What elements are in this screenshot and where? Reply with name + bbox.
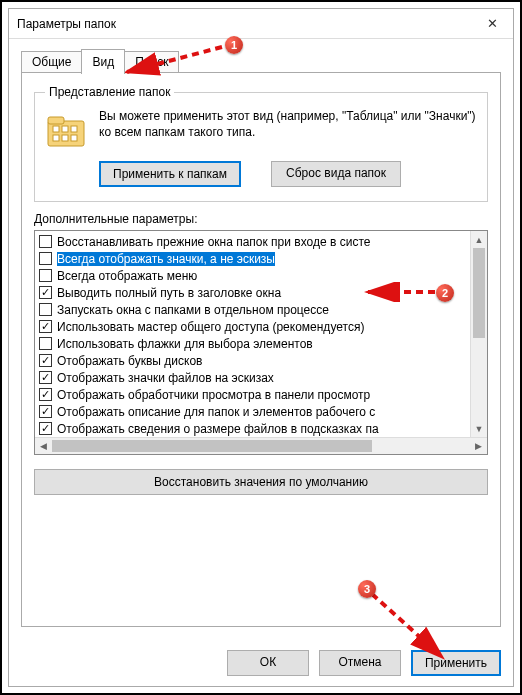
- list-item-label: Запускать окна с папками в отдельном про…: [57, 303, 329, 317]
- folder-views-description: Вы можете применить этот вид (например, …: [99, 109, 477, 140]
- checkbox[interactable]: [39, 286, 52, 299]
- list-item[interactable]: Восстанавливать прежние окна папок при в…: [35, 233, 470, 250]
- scroll-down-icon[interactable]: ▼: [471, 420, 487, 437]
- list-item-label: Выводить полный путь в заголовке окна: [57, 286, 281, 300]
- list-item-label: Всегда отображать меню: [57, 269, 197, 283]
- list-item-label: Отображать значки файлов на эскизах: [57, 371, 274, 385]
- apply-button[interactable]: Применить: [411, 650, 501, 676]
- list-item-label: Отображать буквы дисков: [57, 354, 202, 368]
- window-title: Параметры папок: [17, 17, 471, 31]
- scroll-left-icon[interactable]: ◀: [35, 438, 52, 454]
- tab-search[interactable]: Поиск: [124, 51, 179, 73]
- checkbox[interactable]: [39, 422, 52, 435]
- list-item[interactable]: Всегда отображать меню: [35, 267, 470, 284]
- svg-rect-3: [62, 126, 68, 132]
- titlebar[interactable]: Параметры папок ✕: [9, 9, 513, 39]
- tab-panel-view: Представление папок: [21, 72, 501, 627]
- list-item-label: Использовать мастер общего доступа (реко…: [57, 320, 364, 334]
- cancel-button[interactable]: Отмена: [319, 650, 401, 676]
- svg-rect-2: [53, 126, 59, 132]
- checkbox[interactable]: [39, 354, 52, 367]
- svg-rect-0: [48, 121, 84, 146]
- checkbox[interactable]: [39, 388, 52, 401]
- checkbox[interactable]: [39, 252, 52, 265]
- checkbox[interactable]: [39, 337, 52, 350]
- list-item[interactable]: Отображать обработчики просмотра в панел…: [35, 386, 470, 403]
- list-item[interactable]: Запускать окна с папками в отдельном про…: [35, 301, 470, 318]
- restore-defaults-button[interactable]: Восстановить значения по умолчанию: [34, 469, 488, 495]
- checkbox[interactable]: [39, 405, 52, 418]
- svg-rect-6: [62, 135, 68, 141]
- apply-to-folders-button[interactable]: Применить к папкам: [99, 161, 241, 187]
- list-item[interactable]: Использовать мастер общего доступа (реко…: [35, 318, 470, 335]
- advanced-settings-listbox[interactable]: Восстанавливать прежние окна папок при в…: [34, 230, 488, 455]
- list-item[interactable]: Отображать буквы дисков: [35, 352, 470, 369]
- svg-rect-1: [48, 117, 64, 124]
- scroll-right-icon[interactable]: ▶: [470, 438, 487, 454]
- folder-options-dialog: Параметры папок ✕ Общие Вид Поиск Предст…: [8, 8, 514, 687]
- folder-views-group: Представление папок: [34, 85, 488, 202]
- list-item-label: Отображать сведения о размере файлов в п…: [57, 422, 379, 436]
- close-button[interactable]: ✕: [471, 9, 513, 39]
- list-item[interactable]: Использовать флажки для выбора элементов: [35, 335, 470, 352]
- scroll-up-icon[interactable]: ▲: [471, 231, 487, 248]
- horizontal-scroll-thumb[interactable]: [52, 440, 372, 452]
- reset-folders-button[interactable]: Сброс вида папок: [271, 161, 401, 187]
- folder-views-legend: Представление папок: [45, 85, 174, 99]
- list-item[interactable]: Выводить полный путь в заголовке окна: [35, 284, 470, 301]
- checkbox[interactable]: [39, 269, 52, 282]
- tab-view[interactable]: Вид: [81, 49, 125, 74]
- svg-rect-4: [71, 126, 77, 132]
- list-item[interactable]: Отображать сведения о размере файлов в п…: [35, 420, 470, 437]
- folder-icon: [45, 109, 87, 151]
- list-item-label: Восстанавливать прежние окна папок при в…: [57, 235, 370, 249]
- vertical-scroll-thumb[interactable]: [473, 248, 485, 338]
- vertical-scrollbar[interactable]: ▲ ▼: [470, 231, 487, 437]
- checkbox[interactable]: [39, 320, 52, 333]
- ok-button[interactable]: ОК: [227, 650, 309, 676]
- list-item-label: Использовать флажки для выбора элементов: [57, 337, 313, 351]
- checkbox[interactable]: [39, 303, 52, 316]
- list-item-label: Отображать описание для папок и элементо…: [57, 405, 375, 419]
- list-item[interactable]: Всегда отображать значки, а не эскизы: [35, 250, 470, 267]
- list-item-label: Отображать обработчики просмотра в панел…: [57, 388, 370, 402]
- list-item[interactable]: Отображать описание для папок и элементо…: [35, 403, 470, 420]
- advanced-label: Дополнительные параметры:: [34, 212, 488, 226]
- tab-bar: Общие Вид Поиск: [21, 48, 501, 73]
- checkbox[interactable]: [39, 371, 52, 384]
- horizontal-scrollbar[interactable]: ◀ ▶: [35, 437, 487, 454]
- tab-general[interactable]: Общие: [21, 51, 82, 73]
- svg-rect-7: [71, 135, 77, 141]
- close-icon: ✕: [487, 16, 498, 31]
- list-item[interactable]: Отображать значки файлов на эскизах: [35, 369, 470, 386]
- svg-rect-5: [53, 135, 59, 141]
- list-item-label: Всегда отображать значки, а не эскизы: [57, 252, 275, 266]
- checkbox[interactable]: [39, 235, 52, 248]
